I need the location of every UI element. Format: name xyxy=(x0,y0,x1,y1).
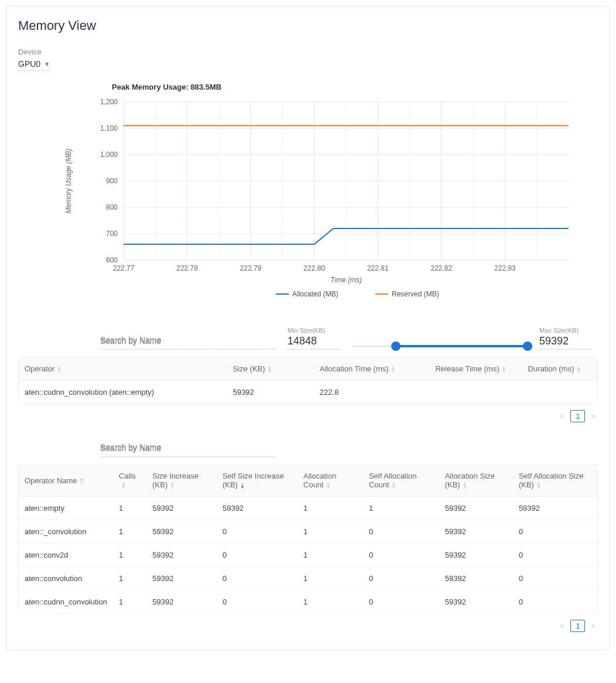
svg-text:1,200: 1,200 xyxy=(100,98,118,106)
col-self-allocation-size-kb-[interactable]: Self Allocation Size (KB)▲▼ xyxy=(513,465,597,497)
svg-text:Allocated (MB): Allocated (MB) xyxy=(292,290,338,298)
table-row[interactable]: aten::_convolution159392010593920 xyxy=(19,520,597,544)
svg-text:600: 600 xyxy=(106,256,118,264)
col-operator[interactable]: Operator▲▼ xyxy=(19,357,227,381)
memory-chart: Peak Memory Usage: 883.5MB 6007008009001… xyxy=(18,83,598,309)
page-number[interactable]: 1 xyxy=(570,410,585,422)
col-allocation-size-kb-[interactable]: Allocation Size (KB)▲▼ xyxy=(439,465,513,497)
min-size-value[interactable]: 14848 xyxy=(288,335,340,350)
search-by-name-1: Search by Name xyxy=(100,333,276,350)
col-calls[interactable]: Calls▲▼ xyxy=(113,465,146,497)
col-self-allocation-count[interactable]: Self Allocation Count▲▼ xyxy=(363,465,439,497)
table-row[interactable]: aten::cudnn_convolution159392010593920 xyxy=(19,590,597,614)
table2-pager: < 1 > xyxy=(18,620,598,632)
col-allocation-count[interactable]: Allocation Count▲▼ xyxy=(297,465,363,497)
page-title: Memory View xyxy=(18,18,598,33)
svg-text:222.77: 222.77 xyxy=(113,264,135,272)
col-size-kb-[interactable]: Size (KB)▲▼ xyxy=(227,357,314,381)
col-self-size-increase-kb-[interactable]: Self Size Increase (KB)▲▼ xyxy=(217,465,297,497)
device-value: GPU0 xyxy=(18,59,40,69)
operators-table: Operator Name▲▼Calls▲▼Size Increase (KB)… xyxy=(18,464,598,614)
svg-text:900: 900 xyxy=(106,177,118,185)
col-allocation-time-ms-[interactable]: Allocation Time (ms)▲▼ xyxy=(314,357,430,381)
slider-min-handle[interactable] xyxy=(391,342,401,351)
table1-pager: < 1 > xyxy=(18,410,598,422)
slider-max-handle[interactable] xyxy=(523,342,532,351)
device-label: Device xyxy=(18,47,598,56)
svg-text:222.80: 222.80 xyxy=(303,264,325,272)
svg-text:Time (ms): Time (ms) xyxy=(330,276,362,284)
col-size-increase-kb-[interactable]: Size Increase (KB)▲▼ xyxy=(146,465,217,497)
chart-canvas[interactable]: 6007008009001,0001,1001,200222.77222.782… xyxy=(18,96,580,307)
col-duration-ms-[interactable]: Duration (ms)▲▼ xyxy=(522,357,597,381)
svg-text:Memory Usage (MB): Memory Usage (MB) xyxy=(64,149,73,214)
size-slider[interactable] xyxy=(352,345,528,350)
min-size-label: Min Size(KB) xyxy=(288,327,340,334)
svg-text:222.82: 222.82 xyxy=(431,264,453,272)
device-selector-block: Device GPU0 ▼ xyxy=(18,47,598,71)
search-by-name-2-block: Search by Name xyxy=(18,440,598,457)
max-size-label: Max Size(KB) xyxy=(539,327,592,334)
device-select[interactable]: GPU0 ▼ xyxy=(18,59,50,71)
search-input-2[interactable] xyxy=(100,440,276,457)
max-size-block: Max Size(KB) 59392 xyxy=(539,327,592,350)
prev-page-icon[interactable]: < xyxy=(558,411,567,422)
col-operator-name[interactable]: Operator Name▲▼ xyxy=(19,465,113,497)
page-number-2[interactable]: 1 xyxy=(570,620,585,632)
min-size-block: Min Size(KB) 14848 xyxy=(288,327,340,350)
prev-page-icon-2[interactable]: < xyxy=(558,620,567,631)
svg-text:1,100: 1,100 xyxy=(100,124,118,132)
allocations-table: Operator▲▼Size (KB)▲▼Allocation Time (ms… xyxy=(18,357,598,404)
table-row[interactable]: aten::convolution159392010593920 xyxy=(19,567,597,590)
svg-text:222.79: 222.79 xyxy=(240,264,262,272)
svg-text:222.83: 222.83 xyxy=(494,264,516,272)
col-release-time-ms-[interactable]: Release Time (ms)▲▼ xyxy=(429,357,522,381)
memory-view-card: Memory View Device GPU0 ▼ Peak Memory Us… xyxy=(6,6,610,650)
svg-text:Reserved (MB): Reserved (MB) xyxy=(392,290,439,298)
svg-text:1,000: 1,000 xyxy=(100,151,118,159)
svg-text:800: 800 xyxy=(106,203,118,211)
table-row[interactable]: aten::conv2d159392010593920 xyxy=(19,544,597,567)
svg-text:222.78: 222.78 xyxy=(176,264,198,272)
max-size-value[interactable]: 59392 xyxy=(539,335,592,350)
table-row[interactable]: aten::cudnn_convolution (aten::empty)593… xyxy=(19,381,597,404)
filter-row: Search by Name Min Size(KB) 14848 Max Si… xyxy=(18,327,598,350)
chart-title: Peak Memory Usage: 883.5MB xyxy=(112,83,598,91)
svg-text:700: 700 xyxy=(106,230,118,238)
next-page-icon-2[interactable]: > xyxy=(588,620,598,631)
chevron-down-icon: ▼ xyxy=(44,61,50,67)
search-input-1[interactable] xyxy=(100,333,276,350)
next-page-icon[interactable]: > xyxy=(588,411,598,422)
table-row[interactable]: aten::empty15939259392115939259392 xyxy=(19,497,597,520)
svg-text:222.81: 222.81 xyxy=(367,264,389,272)
